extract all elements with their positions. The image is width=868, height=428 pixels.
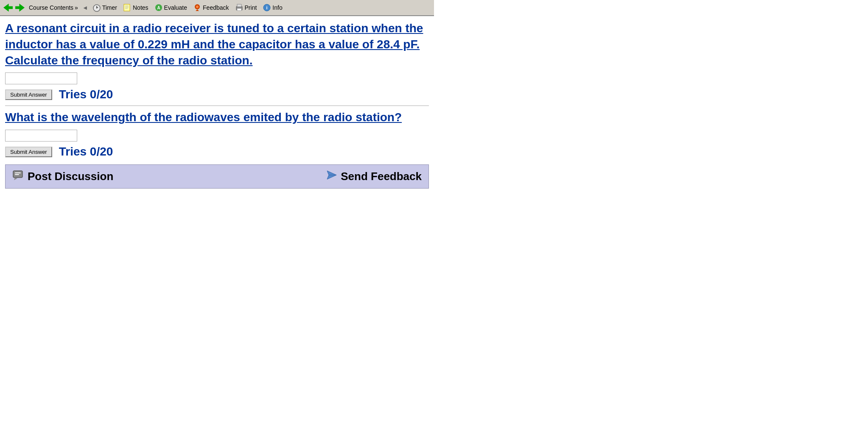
toolbar-separator: ◄: [82, 4, 88, 11]
course-contents-label: Course Contents: [29, 4, 73, 11]
svg-text:i: i: [266, 5, 268, 10]
main-content: A resonant circuit in a radio receiver i…: [0, 16, 434, 193]
questions-divider: [5, 106, 429, 106]
question-1-submit-row: Submit Answer Tries 0/20: [5, 88, 429, 101]
question-1-block: A resonant circuit in a radio receiver i…: [5, 20, 429, 101]
back-button[interactable]: [3, 3, 13, 12]
timer-icon: [92, 3, 101, 12]
print-icon: [235, 3, 244, 12]
print-label: Print: [245, 4, 257, 11]
question-1-tries: Tries 0/20: [59, 88, 113, 101]
info-label: Info: [272, 4, 282, 11]
question-1-text: A resonant circuit in a radio receiver i…: [5, 20, 429, 68]
question-2-text: What is the wavelength of the radiowaves…: [5, 109, 429, 125]
svg-marker-20: [14, 178, 17, 180]
info-icon: i: [263, 3, 271, 12]
svg-rect-15: [237, 4, 241, 7]
timer-label: Timer: [102, 4, 117, 11]
send-feedback-label: Send Feedback: [341, 170, 422, 183]
question-2-block: What is the wavelength of the radiowaves…: [5, 109, 429, 158]
evaluate-label: Evaluate: [164, 4, 187, 11]
svg-rect-22: [15, 174, 19, 175]
notes-icon: [123, 3, 132, 12]
svg-marker-12: [196, 9, 199, 11]
evaluate-button[interactable]: A Evaluate: [153, 3, 189, 13]
post-discussion-label: Post Discussion: [28, 170, 113, 183]
timer-button[interactable]: Timer: [91, 3, 119, 13]
svg-point-4: [96, 8, 97, 8]
notes-label: Notes: [133, 4, 148, 11]
course-contents-arrow: »: [75, 4, 78, 11]
post-discussion-area[interactable]: Post Discussion: [12, 169, 113, 184]
send-feedback-icon: [325, 169, 337, 184]
svg-rect-5: [124, 4, 130, 11]
svg-marker-0: [3, 4, 13, 12]
question-2-tries: Tries 0/20: [59, 145, 113, 158]
info-button[interactable]: i Info: [261, 3, 284, 13]
question-2-submit-button[interactable]: Submit Answer: [5, 147, 52, 157]
toolbar: Course Contents » ◄ Timer Notes A Evalua…: [0, 0, 434, 16]
discussion-icon: [12, 169, 24, 184]
course-contents-button[interactable]: Course Contents »: [27, 3, 80, 12]
svg-rect-3: [95, 4, 98, 5]
svg-text:A: A: [157, 6, 160, 10]
send-feedback-area[interactable]: Send Feedback: [325, 169, 422, 184]
svg-rect-16: [237, 8, 241, 11]
print-button[interactable]: Print: [233, 3, 259, 13]
feedback-button[interactable]: Feedback: [191, 3, 230, 13]
question-1-submit-button[interactable]: Submit Answer: [5, 89, 52, 100]
svg-marker-1: [15, 4, 25, 12]
feedback-label: Feedback: [203, 4, 229, 11]
forward-button[interactable]: [15, 3, 25, 12]
feedback-icon: [193, 3, 202, 12]
footer-bar: Post Discussion Send Feedback: [5, 164, 429, 189]
evaluate-icon: A: [154, 3, 163, 12]
svg-rect-21: [15, 172, 21, 173]
svg-point-13: [196, 6, 199, 8]
question-1-input[interactable]: [5, 72, 77, 84]
question-2-input[interactable]: [5, 130, 77, 142]
question-2-submit-row: Submit Answer Tries 0/20: [5, 145, 429, 158]
notes-button[interactable]: Notes: [121, 3, 150, 13]
